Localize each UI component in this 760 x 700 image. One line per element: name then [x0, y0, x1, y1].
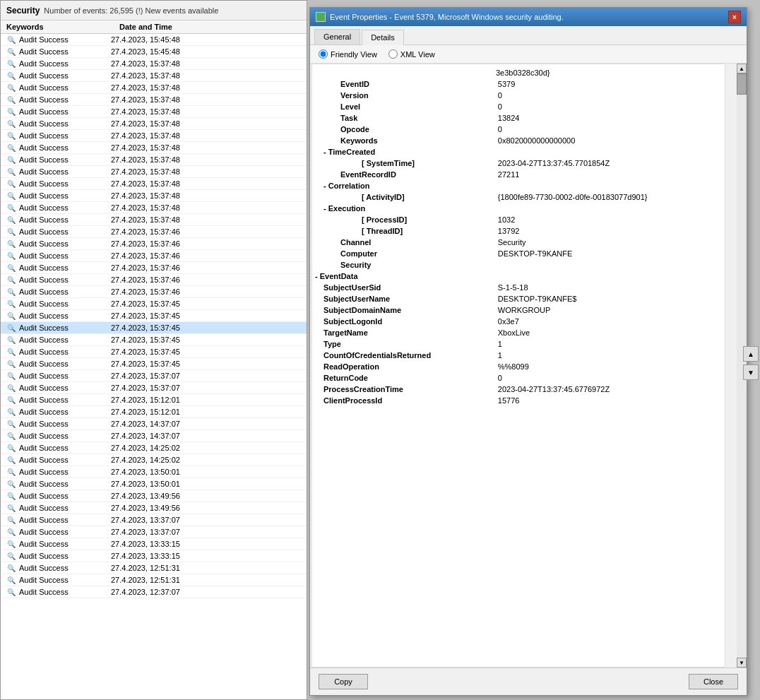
tab-general[interactable]: General — [314, 29, 360, 45]
event-row[interactable]: 🔍Audit Success27.4.2023, 13:37:07 — [1, 514, 307, 526]
event-row[interactable]: 🔍Audit Success27.4.2023, 15:37:45 — [1, 334, 307, 346]
event-datetime: 27.4.2023, 14:25:02 — [111, 456, 180, 464]
event-datetime: 27.4.2023, 15:37:48 — [111, 131, 180, 140]
audit-success-label: Audit Success — [19, 432, 111, 440]
event-datetime: 27.4.2023, 13:37:07 — [111, 516, 180, 524]
event-row[interactable]: 🔍Audit Success27.4.2023, 15:37:48 — [1, 178, 307, 190]
security-panel: Security Number of events: 26,595 (!) Ne… — [0, 0, 307, 700]
event-row[interactable]: 🔍Audit Success27.4.2023, 14:37:07 — [1, 430, 307, 442]
event-row[interactable]: 🔍Audit Success27.4.2023, 12:51:31 — [1, 574, 307, 586]
event-row[interactable]: 🔍Audit Success27.4.2023, 15:37:45 — [1, 298, 307, 310]
dialog-content: Friendly View XML View 3e3b0328c30d}Even… — [310, 45, 747, 668]
event-row[interactable]: 🔍Audit Success27.4.2023, 15:12:01 — [1, 394, 307, 406]
audit-icon: 🔍 — [6, 179, 16, 189]
event-row[interactable]: 🔍Audit Success27.4.2023, 13:37:07 — [1, 526, 307, 538]
event-row[interactable]: 🔍Audit Success27.4.2023, 15:37:48 — [1, 106, 307, 118]
copy-button[interactable]: Copy — [319, 674, 368, 689]
event-row[interactable]: 🔍Audit Success27.4.2023, 15:37:48 — [1, 214, 307, 226]
event-row[interactable]: 🔍Audit Success27.4.2023, 14:25:02 — [1, 454, 307, 466]
nav-up-button[interactable]: ▲ — [743, 346, 759, 362]
event-row[interactable]: 🔍Audit Success27.4.2023, 15:37:46 — [1, 274, 307, 286]
sub-field-name: [ ProcessID] — [312, 214, 492, 225]
dialog-close-button[interactable]: × — [728, 11, 741, 23]
event-row[interactable]: 🔍Audit Success27.4.2023, 15:37:48 — [1, 118, 307, 130]
event-row[interactable]: 🔍Audit Success27.4.2023, 12:37:07 — [1, 586, 307, 598]
event-row[interactable]: 🔍Audit Success27.4.2023, 15:37:48 — [1, 82, 307, 94]
audit-icon: 🔍 — [6, 227, 16, 237]
audit-success-label: Audit Success — [19, 492, 111, 500]
event-row[interactable]: 🔍Audit Success27.4.2023, 15:37:45 — [1, 358, 307, 370]
event-row[interactable]: 🔍Audit Success27.4.2023, 15:37:07 — [1, 370, 307, 382]
event-datetime: 27.4.2023, 15:37:46 — [111, 239, 180, 248]
event-row[interactable]: 🔍Audit Success27.4.2023, 15:37:48 — [1, 142, 307, 154]
event-row[interactable]: 🔍Audit Success27.4.2023, 15:37:48 — [1, 58, 307, 70]
event-row[interactable]: 🔍Audit Success27.4.2023, 13:49:56 — [1, 490, 307, 502]
event-row[interactable]: 🔍Audit Success27.4.2023, 15:37:46 — [1, 262, 307, 274]
details-row: - EventData — [312, 271, 725, 282]
event-datetime: 27.4.2023, 15:12:01 — [111, 408, 180, 416]
audit-icon: 🔍 — [6, 155, 16, 165]
audit-success-label: Audit Success — [19, 131, 111, 140]
friendly-view-option[interactable]: Friendly View — [319, 49, 377, 59]
event-row[interactable]: 🔍Audit Success27.4.2023, 15:45:48 — [1, 46, 307, 58]
audit-icon: 🔍 — [6, 335, 16, 345]
xml-view-option[interactable]: XML View — [388, 49, 435, 59]
details-row: Level0 — [312, 101, 725, 112]
audit-success-label: Audit Success — [19, 444, 111, 452]
event-count: Number of events: 26,595 (!) New events … — [44, 6, 218, 15]
event-row[interactable]: 🔍Audit Success27.4.2023, 15:37:48 — [1, 190, 307, 202]
audit-success-label: Audit Success — [19, 336, 111, 344]
event-row[interactable]: 🔍Audit Success27.4.2023, 13:33:15 — [1, 538, 307, 550]
event-datetime: 27.4.2023, 13:50:01 — [111, 480, 180, 488]
event-row[interactable]: 🔍Audit Success27.4.2023, 15:37:07 — [1, 382, 307, 394]
tab-details[interactable]: Details — [362, 30, 404, 45]
view-options: Friendly View XML View — [310, 45, 747, 64]
event-row[interactable]: 🔍Audit Success27.4.2023, 15:37:48 — [1, 70, 307, 82]
event-row[interactable]: 🔍Audit Success27.4.2023, 15:37:46 — [1, 238, 307, 250]
data-field-name: SubjectUserSid — [312, 282, 492, 293]
audit-success-label: Audit Success — [19, 420, 111, 428]
event-row[interactable]: 🔍Audit Success27.4.2023, 15:37:48 — [1, 154, 307, 166]
field-name: EventRecordID — [312, 169, 492, 180]
nav-down-button[interactable]: ▼ — [743, 364, 759, 380]
event-datetime: 27.4.2023, 15:37:45 — [111, 360, 180, 368]
event-row[interactable]: 🔍Audit Success27.4.2023, 15:37:46 — [1, 226, 307, 238]
event-row[interactable]: 🔍Audit Success27.4.2023, 13:49:56 — [1, 502, 307, 514]
event-row[interactable]: 🔍Audit Success27.4.2023, 15:37:48 — [1, 202, 307, 214]
event-row[interactable]: 🔍Audit Success27.4.2023, 13:50:01 — [1, 478, 307, 490]
event-list: 🔍Audit Success27.4.2023, 15:45:48🔍Audit … — [1, 34, 307, 696]
audit-success-label: Audit Success — [19, 179, 111, 188]
event-row[interactable]: 🔍Audit Success27.4.2023, 15:37:48 — [1, 94, 307, 106]
event-row[interactable]: 🔍Audit Success27.4.2023, 12:51:31 — [1, 562, 307, 574]
field-value: 13824 — [492, 112, 725, 124]
scroll-up-button[interactable]: ▲ — [737, 64, 747, 73]
scroll-down-button[interactable]: ▼ — [737, 658, 747, 668]
field-value — [492, 259, 725, 271]
audit-icon: 🔍 — [6, 203, 16, 213]
event-row[interactable]: 🔍Audit Success27.4.2023, 13:50:01 — [1, 466, 307, 478]
event-row[interactable]: 🔍Audit Success27.4.2023, 15:37:45 — [1, 322, 307, 334]
event-row[interactable]: 🔍Audit Success27.4.2023, 15:37:45 — [1, 346, 307, 358]
event-row[interactable]: 🔍Audit Success27.4.2023, 14:25:02 — [1, 442, 307, 454]
event-row[interactable]: 🔍Audit Success27.4.2023, 14:37:07 — [1, 418, 307, 430]
event-datetime: 27.4.2023, 15:37:48 — [111, 155, 180, 164]
field-name: Computer — [312, 248, 492, 259]
audit-icon: 🔍 — [6, 587, 16, 597]
event-row[interactable]: 🔍Audit Success27.4.2023, 15:37:48 — [1, 166, 307, 178]
close-dialog-button[interactable]: Close — [689, 674, 738, 689]
event-row[interactable]: 🔍Audit Success27.4.2023, 15:37:48 — [1, 130, 307, 142]
field-value: 0 — [492, 90, 725, 101]
event-row[interactable]: 🔍Audit Success27.4.2023, 13:33:15 — [1, 550, 307, 562]
event-row[interactable]: 🔍Audit Success27.4.2023, 15:12:01 — [1, 406, 307, 418]
event-row[interactable]: 🔍Audit Success27.4.2023, 15:37:46 — [1, 250, 307, 262]
scroll-thumb[interactable] — [737, 73, 747, 95]
event-row[interactable]: 🔍Audit Success27.4.2023, 15:37:45 — [1, 310, 307, 322]
event-datetime: 27.4.2023, 15:37:48 — [111, 119, 180, 128]
data-field-value: 2023-04-27T13:37:45.6776972Z — [492, 384, 725, 395]
event-datetime: 27.4.2023, 13:49:56 — [111, 492, 180, 500]
details-row: 3e3b0328c30d} — [312, 67, 725, 78]
audit-icon: 🔍 — [6, 575, 16, 585]
event-row[interactable]: 🔍Audit Success27.4.2023, 15:37:46 — [1, 286, 307, 298]
event-row[interactable]: 🔍Audit Success27.4.2023, 15:45:48 — [1, 34, 307, 46]
audit-success-label: Audit Success — [19, 384, 111, 392]
